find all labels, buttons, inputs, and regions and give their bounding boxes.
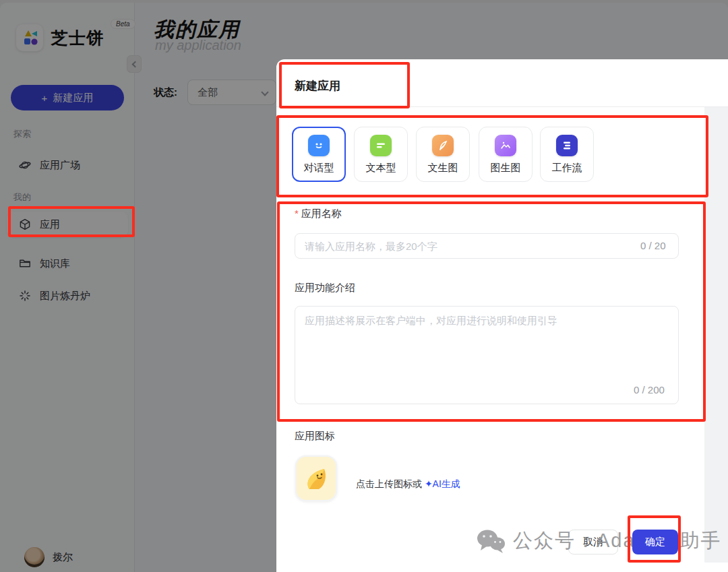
- app-icon-upload-tile[interactable]: [295, 455, 337, 501]
- page: 芝士饼 Beta + 新建应用 探索 应用广场 我的: [0, 0, 728, 572]
- app-description-textarea[interactable]: [295, 306, 679, 404]
- document-icon: [370, 135, 392, 156]
- divider: [276, 106, 728, 107]
- required-asterisk: *: [295, 208, 299, 219]
- upload-hint: 点击上传图标或 ✦AI生成: [356, 478, 460, 490]
- app-description-label: 应用功能介绍: [295, 282, 355, 294]
- name-char-counter: 0 / 20: [640, 240, 666, 251]
- type-card-text-to-image[interactable]: 文生图: [416, 127, 470, 182]
- modal-right-gutter: [704, 107, 728, 563]
- ai-generate-link[interactable]: ✦AI生成: [425, 478, 460, 489]
- modal-title: 新建应用: [295, 78, 340, 94]
- type-card-chat[interactable]: 对话型: [292, 127, 346, 182]
- watermark: 公众号：Adam AI助手: [475, 528, 722, 554]
- app-icon-label: 应用图标: [295, 430, 335, 443]
- workflow-icon: [556, 135, 578, 156]
- description-char-counter: 0 / 200: [634, 384, 665, 395]
- type-card-workflow[interactable]: 工作流: [540, 127, 594, 182]
- type-card-image-to-image[interactable]: 图生图: [479, 127, 533, 182]
- new-app-modal: 新建应用 对话型 文本型: [276, 59, 728, 572]
- image-icon: [495, 135, 516, 156]
- confirm-button[interactable]: 确定: [632, 530, 678, 554]
- wechat-icon: [475, 528, 506, 554]
- app-name-input[interactable]: [295, 233, 679, 259]
- cheese-icon: [303, 464, 330, 493]
- app-name-label: *应用名称: [295, 208, 342, 220]
- feather-pen-icon: [432, 135, 454, 156]
- type-card-text[interactable]: 文本型: [354, 127, 408, 182]
- chat-bubble-icon: [308, 135, 330, 156]
- watermark-text: 公众号：Adam AI助手: [513, 528, 722, 554]
